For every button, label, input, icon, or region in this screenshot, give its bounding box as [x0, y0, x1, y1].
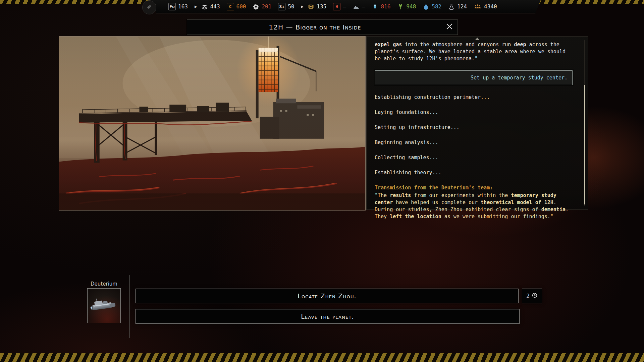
event-title-bar: 12H — Bigger on the Inside [187, 19, 458, 35]
sheets-value: 443 [210, 4, 220, 9]
flask-icon [448, 3, 455, 10]
resource-alloy: 816 [372, 3, 390, 10]
polymer-value: 201 [262, 4, 271, 9]
locate-label: Locate Zhen Zhou. [298, 292, 357, 300]
carbon-icon: C [227, 3, 234, 10]
resource-carbon: C 600 [227, 3, 246, 10]
progress-line: Collecting samples... [375, 154, 573, 161]
action-cost-badge[interactable]: 2 [522, 289, 542, 303]
iron-value: 163 [178, 4, 188, 9]
electronics-value: 135 [317, 4, 326, 9]
close-icon [445, 22, 453, 32]
wheat-icon [397, 3, 404, 10]
choice-study-center-button[interactable]: Set up a temporary study center. [375, 70, 573, 85]
progress-line: Establishing construction perimeter... [375, 94, 573, 101]
locate-zhen-zhou-button[interactable]: Locate Zhen Zhou. [136, 289, 519, 303]
planet-scene-image [59, 37, 365, 210]
droplet-icon [423, 3, 429, 10]
resource-population: 4340 [474, 3, 497, 10]
carbon-value: 600 [236, 4, 246, 9]
resource-bar: Fe 163 ▶ 443 C 600 201 Si 50 ▶ 135 H – [151, 0, 541, 13]
progress-line: Laying foundations... [375, 109, 573, 116]
choice-label: Set up a temporary study center. [471, 74, 568, 81]
ship-toggle-button[interactable] [142, 0, 156, 14]
scroll-up-icon[interactable] [475, 38, 479, 40]
silicon-icon: Si [278, 3, 285, 10]
population-value: 4340 [484, 4, 497, 9]
hydrogen-icon: H [333, 3, 340, 10]
ship-name-label: Deuterium [87, 281, 121, 287]
resource-hydrogen: H – [333, 3, 346, 10]
progress-line: Establishing theory... [375, 169, 573, 176]
silicon-value: 50 [288, 4, 294, 9]
resource-electronics: 135 [308, 3, 326, 10]
science-value: 124 [457, 4, 467, 9]
resource-sheets: 443 [201, 3, 220, 10]
hydrogen-value: – [343, 4, 346, 9]
ship-portrait [87, 288, 121, 323]
resource-iron: Fe 163 [168, 3, 188, 10]
resource-science: 124 [448, 3, 467, 10]
event-intro-text: expel gas into the atmosphere and canyon… [375, 41, 573, 62]
leave-label: Leave the planet. [301, 313, 354, 320]
scrollbar-track[interactable] [584, 40, 585, 206]
crystal-icon [372, 3, 378, 10]
hazard-stripe-bottom [0, 353, 644, 362]
resource-ice: – [353, 3, 365, 10]
chip-icon [308, 3, 314, 10]
water-value: 582 [432, 4, 441, 9]
action-divider [129, 275, 130, 338]
people-icon [474, 3, 482, 10]
sheets-icon [201, 3, 208, 10]
flow-arrow-icon: ▶ [195, 5, 197, 8]
close-button[interactable] [443, 21, 456, 33]
ice-value: – [362, 4, 365, 9]
event-title: 12H — Bigger on the Inside [187, 23, 443, 31]
event-log-panel: expel gas into the atmosphere and canyon… [366, 36, 588, 210]
ship-icon [146, 3, 153, 11]
clock-icon [532, 292, 538, 300]
resource-water: 582 [423, 3, 441, 10]
resource-silicon: Si 50 [278, 3, 294, 10]
transmission-text: "The results from our experiments within… [375, 192, 573, 220]
ice-icon [353, 3, 360, 10]
cost-value: 2 [526, 293, 530, 299]
iron-icon: Fe [168, 3, 176, 10]
food-value: 948 [406, 4, 416, 9]
flow-arrow-icon: ▶ [301, 5, 304, 8]
progress-line: Beginning analysis... [375, 139, 573, 146]
transmission-header: Transmission from the Deuterium's team: [375, 184, 573, 191]
event-illustration [59, 36, 366, 210]
resource-polymer: 201 [253, 3, 271, 10]
resource-food: 948 [397, 3, 416, 10]
ship-image [88, 289, 120, 323]
leave-planet-button[interactable]: Leave the planet. [136, 309, 520, 324]
scrollbar-thumb[interactable] [584, 85, 585, 204]
progress-line: Setting up infrastructure... [375, 124, 573, 131]
alloy-value: 816 [381, 4, 390, 9]
gear-icon [253, 3, 259, 10]
